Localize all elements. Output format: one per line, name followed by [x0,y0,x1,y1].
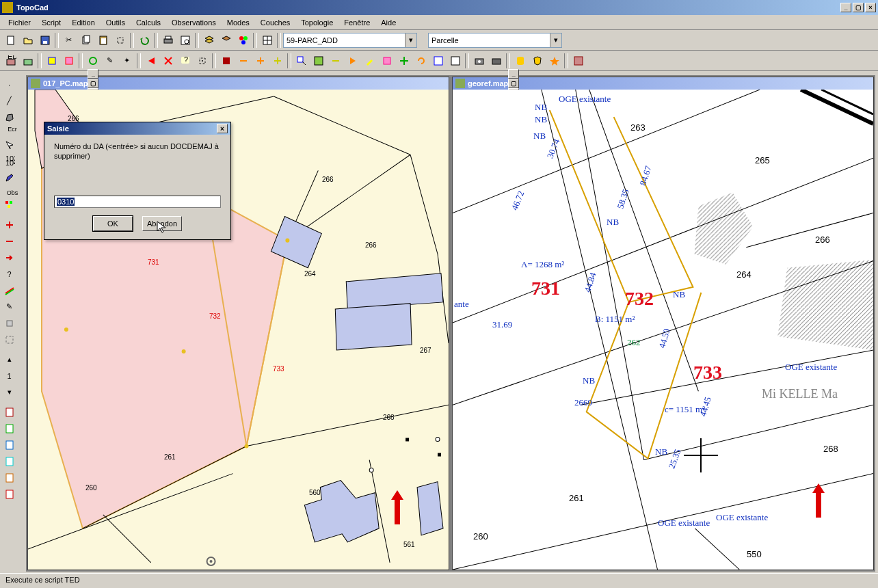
map-left-maximize[interactable]: ▢ [88,79,98,88]
dialog-close-icon[interactable]: × [217,124,228,133]
plus-orange-icon[interactable] [252,53,268,68]
zoom-extents-icon[interactable] [310,53,326,68]
paste-icon[interactable] [95,32,111,48]
dialog-input[interactable]: 0310 [54,196,221,208]
point-tool-icon[interactable]: · [1,77,17,92]
edit-icon[interactable]: ✎ [102,53,118,68]
last-tool-icon[interactable] [570,53,586,68]
save-icon[interactable] [37,32,53,48]
chevron-down-icon[interactable]: ▾ [405,34,416,47]
zoom-out-bar-icon[interactable] [328,53,343,68]
script-3-icon[interactable] [1,437,17,453]
select-rect-pink-icon[interactable] [61,53,77,68]
polygon-tool-icon[interactable] [1,109,17,125]
text-tool-icon[interactable]: 103104 [1,153,17,169]
tool-b-icon[interactable] [447,53,463,68]
shield-icon[interactable] [529,53,545,68]
gray-pencil-icon[interactable]: ✎ [1,299,17,315]
delete-x-icon[interactable] [160,53,176,68]
dashed-box-icon[interactable] [1,332,17,347]
map-canvas-right[interactable]: 263265266264261260268550OGE existanteNBN… [453,90,873,570]
plus-red-icon[interactable] [1,217,17,232]
menu-script[interactable]: Script [36,17,66,28]
minimize-button[interactable]: _ [840,3,851,12]
minus-icon[interactable] [235,53,251,68]
new-icon[interactable] [3,32,18,48]
maximize-button[interactable]: ▢ [853,3,864,12]
script-5-icon[interactable] [1,470,17,485]
menu-topologie[interactable]: Topologie [295,17,338,28]
menu-modes[interactable]: Modes [222,17,255,28]
rainbow-icon[interactable] [1,282,17,298]
close-button[interactable]: × [865,3,876,12]
cut-icon[interactable]: ✂ [61,32,77,48]
script-2-icon[interactable] [1,420,17,436]
stop-icon[interactable] [218,53,234,68]
script-6-icon[interactable] [1,486,17,502]
open-icon[interactable] [20,32,36,48]
print-icon[interactable] [160,32,176,48]
layers-icon[interactable] [201,32,217,48]
ok-button[interactable]: OK [93,216,133,231]
box-tool-icon[interactable] [1,315,17,331]
zoom-window-icon[interactable] [293,53,309,68]
rgb-tool-icon[interactable] [1,197,17,213]
map-titlebar-left[interactable]: 017_PC.map _ ▢ × [28,77,449,90]
script-1-icon[interactable] [1,404,17,420]
map-right-maximize[interactable]: ▢ [508,79,519,88]
arrow-right-icon[interactable] [1,250,17,265]
color-icon[interactable] [235,32,251,48]
layer-combo[interactable]: 59-PARC_ADD ▾ [283,33,417,48]
star-icon[interactable] [546,53,562,68]
minus-red-icon[interactable] [1,233,17,249]
menu-aide[interactable]: Aide [375,17,401,28]
export-edigeo-icon[interactable] [20,53,36,68]
pencil-blue-icon[interactable] [1,170,17,185]
chevron-down-icon[interactable]: ▾ [550,34,561,47]
arrow-tool-icon[interactable] [1,137,17,152]
dialog-titlebar[interactable]: Saisie × [44,122,230,135]
tool-a-icon[interactable] [430,53,446,68]
map-left-minimize[interactable]: _ [88,69,98,79]
menu-fenetre[interactable]: Fenêtre [338,17,375,28]
undo-icon[interactable] [136,32,152,48]
menu-calculs[interactable]: Calculs [131,17,166,28]
menu-observations[interactable]: Observations [166,17,222,28]
menu-couches[interactable]: Couches [255,17,295,28]
preview-icon[interactable] [177,32,193,48]
pick-icon[interactable] [112,32,128,48]
svg-rect-33 [274,60,281,62]
plus-yellow-icon[interactable] [269,53,285,68]
highlighter-icon[interactable] [362,53,377,68]
pink-rect-icon[interactable] [379,53,395,68]
redraw-icon[interactable] [85,53,101,68]
grid-icon[interactable] [259,32,275,48]
object-combo[interactable]: Parcelle ▾ [428,33,562,48]
menu-outils[interactable]: Outils [101,17,131,28]
chevron-down-icon[interactable]: ▾ [1,384,17,400]
question-icon[interactable]: ? [1,266,17,282]
import-edigeo-icon[interactable]: EDIGEO [3,53,18,68]
camera2-icon[interactable] [488,53,504,68]
snap-icon[interactable] [194,53,210,68]
camera-icon[interactable] [471,53,487,68]
script-4-icon[interactable] [1,453,17,469]
line-tool-icon[interactable]: ╱ [1,93,17,109]
flag-left-icon[interactable] [143,53,159,68]
help-bubble-icon[interactable]: ? [177,53,193,68]
map-titlebar-right[interactable]: georef.map _ ▢ × [453,77,873,90]
sparkle-icon[interactable]: ✦ [119,53,135,68]
level-indicator[interactable]: 1 [1,368,17,384]
move-icon[interactable] [396,53,412,68]
select-rect-yellow-icon[interactable] [44,53,59,68]
menu-fichier[interactable]: Fichier [3,17,36,28]
copy-icon[interactable] [78,32,94,48]
db-icon[interactable] [512,53,528,68]
object-combo-value: Parcelle [431,36,459,44]
rotate-icon[interactable] [413,53,429,68]
chevron-up-icon[interactable]: ▴ [1,351,17,367]
zoom-next-icon[interactable] [345,53,360,68]
menu-edition[interactable]: Edition [66,17,101,28]
layer-props-icon[interactable] [218,32,234,48]
map-right-minimize[interactable]: _ [508,69,519,79]
